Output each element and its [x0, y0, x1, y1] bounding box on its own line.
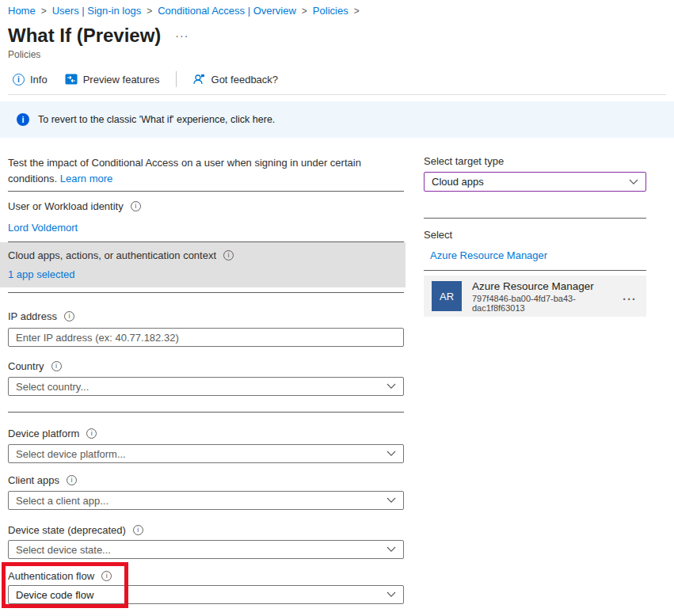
- country-dropdown-value: Select country...: [16, 381, 89, 393]
- chevron-down-icon: [387, 451, 396, 457]
- breadcrumb-separator: >: [41, 6, 47, 17]
- device-platform-dropdown-value: Select device platform...: [16, 448, 126, 460]
- notification-banner[interactable]: i To revert to the classic 'What if' exp…: [0, 101, 674, 138]
- main-content: Test the impact of Conditional Access on…: [0, 138, 674, 604]
- feedback-button[interactable]: Got feedback?: [188, 71, 284, 87]
- device-state-field: Device state (deprecated) i Select devic…: [8, 524, 404, 559]
- device-platform-field: Device platform i Select device platform…: [8, 428, 404, 463]
- authentication-flow-field: Authentication flow i Device code flow: [8, 570, 404, 604]
- ip-address-label: IP address: [8, 310, 57, 322]
- section-divider: [424, 218, 646, 219]
- info-icon[interactable]: i: [131, 201, 141, 211]
- info-icon[interactable]: i: [64, 311, 74, 321]
- app-name: Azure Resource Manager: [472, 280, 612, 292]
- info-button[interactable]: i Info: [8, 72, 52, 87]
- info-icon[interactable]: i: [67, 475, 77, 485]
- section-divider: [8, 292, 404, 293]
- client-apps-dropdown[interactable]: Select a client app...: [8, 491, 404, 510]
- preview-features-icon: [65, 74, 78, 85]
- info-button-label: Info: [30, 74, 48, 86]
- user-identity-field: User or Workload identity i Lord Voldemo…: [8, 192, 404, 241]
- breadcrumb-policies[interactable]: Policies: [313, 5, 348, 17]
- section-divider: [8, 412, 404, 413]
- feedback-person-icon: [192, 73, 206, 86]
- command-bar: i Info Preview features Got feedback?: [8, 71, 666, 95]
- toolbar-separator: [176, 71, 177, 87]
- select-target-type-label: Select target type: [424, 155, 646, 167]
- device-state-dropdown[interactable]: Select device state...: [8, 540, 404, 559]
- ip-address-field: IP address i: [8, 310, 404, 347]
- target-type-dropdown[interactable]: Cloud apps: [424, 172, 646, 192]
- feedback-button-label: Got feedback?: [211, 74, 279, 86]
- app-id: 797f4846-ba00-4fd7-ba43-dac1f8f63013: [472, 294, 612, 313]
- ip-address-input[interactable]: [8, 328, 404, 347]
- target-panel: Select target type Cloud apps Select Azu…: [424, 155, 646, 604]
- select-apps-link[interactable]: Azure Resource Manager: [430, 249, 547, 261]
- chevron-down-icon: [387, 383, 396, 390]
- chevron-down-icon: [629, 179, 638, 185]
- breadcrumb-signin-logs[interactable]: Users | Sign-in logs: [52, 5, 141, 17]
- selected-app-row[interactable]: AR Azure Resource Manager 797f4846-ba00-…: [424, 276, 646, 317]
- breadcrumb-separator: >: [302, 6, 307, 17]
- info-icon[interactable]: i: [86, 428, 97, 439]
- info-icon: i: [13, 74, 25, 86]
- country-label: Country: [8, 360, 44, 372]
- breadcrumb-separator: >: [147, 6, 152, 17]
- cloud-apps-field: Cloud apps, actions, or authentication c…: [0, 242, 406, 287]
- target-type-dropdown-value: Cloud apps: [432, 176, 484, 188]
- country-field: Country i Select country...: [8, 360, 404, 396]
- select-label: Select: [424, 229, 646, 241]
- chevron-down-icon: [387, 497, 396, 504]
- chevron-down-icon: [387, 546, 396, 553]
- banner-text: To revert to the classic 'What if' exper…: [38, 114, 275, 125]
- authentication-flow-label: Authentication flow: [8, 570, 94, 582]
- conditions-form: Test the impact of Conditional Access on…: [8, 155, 404, 604]
- breadcrumb-conditional-access[interactable]: Conditional Access | Overview: [158, 5, 296, 17]
- user-identity-value-link[interactable]: Lord Voldemort: [8, 222, 78, 234]
- app-context-menu-button[interactable]: ...: [623, 290, 637, 302]
- client-apps-label: Client apps: [8, 474, 59, 486]
- country-dropdown[interactable]: Select country...: [8, 377, 404, 396]
- learn-more-link[interactable]: Learn more: [60, 171, 112, 187]
- intro-text: Test the impact of Conditional Access on…: [8, 155, 404, 187]
- page-title: What If (Preview): [8, 25, 161, 47]
- preview-features-button[interactable]: Preview features: [60, 72, 165, 87]
- breadcrumb-separator: >: [354, 6, 360, 17]
- device-platform-dropdown[interactable]: Select device platform...: [8, 444, 404, 463]
- info-icon[interactable]: i: [51, 361, 62, 371]
- chevron-down-icon: [387, 591, 396, 598]
- more-options-button[interactable]: ···: [175, 29, 188, 42]
- user-identity-label: User or Workload identity: [8, 200, 124, 212]
- info-icon[interactable]: i: [101, 571, 112, 581]
- device-state-dropdown-value: Select device state...: [16, 544, 111, 556]
- page-header: What If (Preview) ··· Policies: [0, 17, 674, 60]
- authentication-flow-dropdown[interactable]: Device code flow: [8, 585, 404, 604]
- preview-features-label: Preview features: [83, 74, 160, 86]
- cloud-apps-label: Cloud apps, actions, or authentication c…: [8, 249, 216, 261]
- section-divider: [424, 270, 646, 271]
- client-apps-dropdown-value: Select a client app...: [16, 495, 109, 507]
- info-icon[interactable]: i: [133, 525, 143, 535]
- banner-info-icon: i: [17, 113, 29, 126]
- device-platform-label: Device platform: [8, 428, 79, 439]
- device-state-label: Device state (deprecated): [8, 524, 126, 536]
- authentication-flow-dropdown-value: Device code flow: [16, 589, 93, 601]
- app-avatar: AR: [432, 281, 462, 311]
- client-apps-field: Client apps i Select a client app...: [8, 474, 404, 510]
- breadcrumb-home[interactable]: Home: [8, 5, 36, 17]
- breadcrumb: Home>Users | Sign-in logs>Conditional Ac…: [0, 0, 674, 17]
- info-icon[interactable]: i: [223, 250, 234, 260]
- page-subtitle: Policies: [8, 49, 666, 60]
- apps-selected-link[interactable]: 1 app selected: [8, 268, 75, 280]
